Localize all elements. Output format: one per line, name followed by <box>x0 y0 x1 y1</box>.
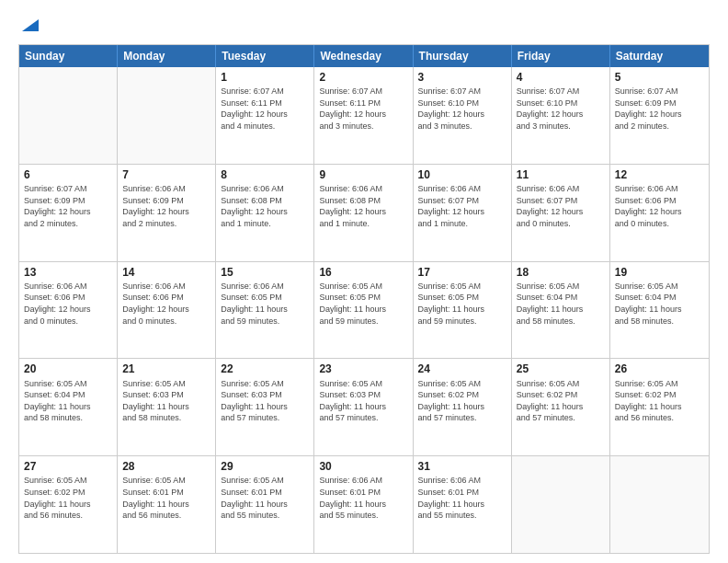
cell-info: Sunrise: 6:06 AM Sunset: 6:01 PM Dayligh… <box>319 475 407 521</box>
empty-cell <box>512 456 610 553</box>
day-cell-23: 23Sunrise: 6:05 AM Sunset: 6:03 PM Dayli… <box>314 359 413 455</box>
day-cell-5: 5Sunrise: 6:07 AM Sunset: 6:09 PM Daylig… <box>610 67 709 164</box>
logo <box>18 17 40 35</box>
day-cell-19: 19Sunrise: 6:05 AM Sunset: 6:04 PM Dayli… <box>610 262 709 359</box>
day-number: 1 <box>221 70 309 85</box>
day-number: 20 <box>24 362 112 376</box>
day-cell-16: 16Sunrise: 6:05 AM Sunset: 6:05 PM Dayli… <box>314 262 413 359</box>
day-number: 6 <box>24 167 112 182</box>
cell-info: Sunrise: 6:06 AM Sunset: 6:07 PM Dayligh… <box>418 183 506 229</box>
cell-info: Sunrise: 6:06 AM Sunset: 6:08 PM Dayligh… <box>319 183 407 229</box>
cell-info: Sunrise: 6:06 AM Sunset: 6:05 PM Dayligh… <box>221 281 309 327</box>
day-cell-7: 7Sunrise: 6:06 AM Sunset: 6:09 PM Daylig… <box>118 165 216 261</box>
svg-marker-0 <box>22 19 39 31</box>
cell-info: Sunrise: 6:05 AM Sunset: 6:02 PM Dayligh… <box>615 378 704 424</box>
cell-info: Sunrise: 6:06 AM Sunset: 6:06 PM Dayligh… <box>24 281 112 327</box>
day-cell-9: 9Sunrise: 6:06 AM Sunset: 6:08 PM Daylig… <box>314 165 413 261</box>
cell-info: Sunrise: 6:07 AM Sunset: 6:11 PM Dayligh… <box>319 86 407 132</box>
day-number: 11 <box>517 167 605 182</box>
cell-info: Sunrise: 6:07 AM Sunset: 6:09 PM Dayligh… <box>615 86 704 132</box>
cell-info: Sunrise: 6:07 AM Sunset: 6:10 PM Dayligh… <box>517 86 605 132</box>
cell-info: Sunrise: 6:06 AM Sunset: 6:08 PM Dayligh… <box>221 183 309 229</box>
calendar-row-3: 13Sunrise: 6:06 AM Sunset: 6:06 PM Dayli… <box>19 261 709 359</box>
cell-info: Sunrise: 6:06 AM Sunset: 6:07 PM Dayligh… <box>517 183 605 229</box>
day-cell-2: 2Sunrise: 6:07 AM Sunset: 6:11 PM Daylig… <box>314 67 413 164</box>
day-number: 12 <box>615 167 704 182</box>
day-cell-22: 22Sunrise: 6:05 AM Sunset: 6:03 PM Dayli… <box>216 359 314 455</box>
day-cell-15: 15Sunrise: 6:06 AM Sunset: 6:05 PM Dayli… <box>216 262 314 359</box>
calendar-row-2: 6Sunrise: 6:07 AM Sunset: 6:09 PM Daylig… <box>19 164 709 261</box>
empty-cell <box>118 67 216 164</box>
empty-cell <box>19 67 118 164</box>
day-number: 16 <box>319 265 407 280</box>
day-number: 15 <box>221 265 309 280</box>
cell-info: Sunrise: 6:05 AM Sunset: 6:04 PM Dayligh… <box>24 378 112 424</box>
day-cell-27: 27Sunrise: 6:05 AM Sunset: 6:02 PM Dayli… <box>19 456 118 553</box>
day-cell-28: 28Sunrise: 6:05 AM Sunset: 6:01 PM Dayli… <box>118 456 216 553</box>
day-number: 2 <box>319 70 407 85</box>
day-cell-21: 21Sunrise: 6:05 AM Sunset: 6:03 PM Dayli… <box>118 359 216 455</box>
day-number: 7 <box>122 167 210 182</box>
day-cell-20: 20Sunrise: 6:05 AM Sunset: 6:04 PM Dayli… <box>19 359 118 455</box>
cell-info: Sunrise: 6:05 AM Sunset: 6:01 PM Dayligh… <box>122 475 210 521</box>
day-cell-13: 13Sunrise: 6:06 AM Sunset: 6:06 PM Dayli… <box>19 262 118 359</box>
weekday-header-friday: Friday <box>512 45 610 67</box>
weekday-header-sunday: Sunday <box>19 45 118 67</box>
cell-info: Sunrise: 6:05 AM Sunset: 6:02 PM Dayligh… <box>517 378 605 424</box>
day-cell-26: 26Sunrise: 6:05 AM Sunset: 6:02 PM Dayli… <box>610 359 709 455</box>
calendar-row-1: 1Sunrise: 6:07 AM Sunset: 6:11 PM Daylig… <box>19 67 709 164</box>
calendar: SundayMondayTuesdayWednesdayThursdayFrid… <box>18 44 710 554</box>
day-number: 9 <box>319 167 407 182</box>
day-cell-29: 29Sunrise: 6:05 AM Sunset: 6:01 PM Dayli… <box>216 456 314 553</box>
day-number: 14 <box>122 265 210 280</box>
weekday-header-thursday: Thursday <box>414 45 512 67</box>
header <box>18 17 710 35</box>
day-cell-18: 18Sunrise: 6:05 AM Sunset: 6:04 PM Dayli… <box>512 262 610 359</box>
day-number: 18 <box>517 265 605 280</box>
day-number: 10 <box>418 167 506 182</box>
day-number: 29 <box>221 459 309 474</box>
day-number: 4 <box>517 70 605 85</box>
cell-info: Sunrise: 6:06 AM Sunset: 6:01 PM Dayligh… <box>418 475 506 521</box>
day-cell-11: 11Sunrise: 6:06 AM Sunset: 6:07 PM Dayli… <box>512 165 610 261</box>
day-cell-12: 12Sunrise: 6:06 AM Sunset: 6:06 PM Dayli… <box>610 165 709 261</box>
day-number: 30 <box>319 459 407 474</box>
day-cell-10: 10Sunrise: 6:06 AM Sunset: 6:07 PM Dayli… <box>414 165 512 261</box>
day-number: 31 <box>418 459 506 474</box>
day-number: 28 <box>122 459 210 474</box>
weekday-header-wednesday: Wednesday <box>314 45 413 67</box>
day-number: 24 <box>418 362 506 376</box>
cell-info: Sunrise: 6:05 AM Sunset: 6:03 PM Dayligh… <box>122 378 210 424</box>
cell-info: Sunrise: 6:05 AM Sunset: 6:03 PM Dayligh… <box>319 378 407 424</box>
cell-info: Sunrise: 6:07 AM Sunset: 6:09 PM Dayligh… <box>24 183 112 229</box>
day-number: 27 <box>24 459 112 474</box>
calendar-row-5: 27Sunrise: 6:05 AM Sunset: 6:02 PM Dayli… <box>19 455 709 553</box>
day-cell-24: 24Sunrise: 6:05 AM Sunset: 6:02 PM Dayli… <box>414 359 512 455</box>
day-number: 8 <box>221 167 309 182</box>
day-cell-14: 14Sunrise: 6:06 AM Sunset: 6:06 PM Dayli… <box>118 262 216 359</box>
cell-info: Sunrise: 6:05 AM Sunset: 6:04 PM Dayligh… <box>615 281 704 327</box>
cell-info: Sunrise: 6:07 AM Sunset: 6:11 PM Dayligh… <box>221 86 309 132</box>
day-cell-31: 31Sunrise: 6:06 AM Sunset: 6:01 PM Dayli… <box>414 456 512 553</box>
cell-info: Sunrise: 6:05 AM Sunset: 6:03 PM Dayligh… <box>221 378 309 424</box>
cell-info: Sunrise: 6:05 AM Sunset: 6:04 PM Dayligh… <box>517 281 605 327</box>
day-number: 17 <box>418 265 506 280</box>
day-cell-8: 8Sunrise: 6:06 AM Sunset: 6:08 PM Daylig… <box>216 165 314 261</box>
weekday-header-saturday: Saturday <box>610 45 709 67</box>
day-cell-30: 30Sunrise: 6:06 AM Sunset: 6:01 PM Dayli… <box>314 456 413 553</box>
day-cell-25: 25Sunrise: 6:05 AM Sunset: 6:02 PM Dayli… <box>512 359 610 455</box>
cell-info: Sunrise: 6:05 AM Sunset: 6:05 PM Dayligh… <box>319 281 407 327</box>
cell-info: Sunrise: 6:06 AM Sunset: 6:06 PM Dayligh… <box>122 281 210 327</box>
cell-info: Sunrise: 6:06 AM Sunset: 6:06 PM Dayligh… <box>615 183 704 229</box>
day-number: 19 <box>615 265 704 280</box>
cell-info: Sunrise: 6:05 AM Sunset: 6:02 PM Dayligh… <box>24 475 112 521</box>
empty-cell <box>610 456 709 553</box>
day-number: 13 <box>24 265 112 280</box>
day-number: 25 <box>517 362 605 376</box>
day-cell-3: 3Sunrise: 6:07 AM Sunset: 6:10 PM Daylig… <box>414 67 512 164</box>
calendar-header: SundayMondayTuesdayWednesdayThursdayFrid… <box>19 45 709 67</box>
cell-info: Sunrise: 6:07 AM Sunset: 6:10 PM Dayligh… <box>418 86 506 132</box>
day-number: 26 <box>615 362 704 376</box>
day-cell-1: 1Sunrise: 6:07 AM Sunset: 6:11 PM Daylig… <box>216 67 314 164</box>
day-cell-4: 4Sunrise: 6:07 AM Sunset: 6:10 PM Daylig… <box>512 67 610 164</box>
